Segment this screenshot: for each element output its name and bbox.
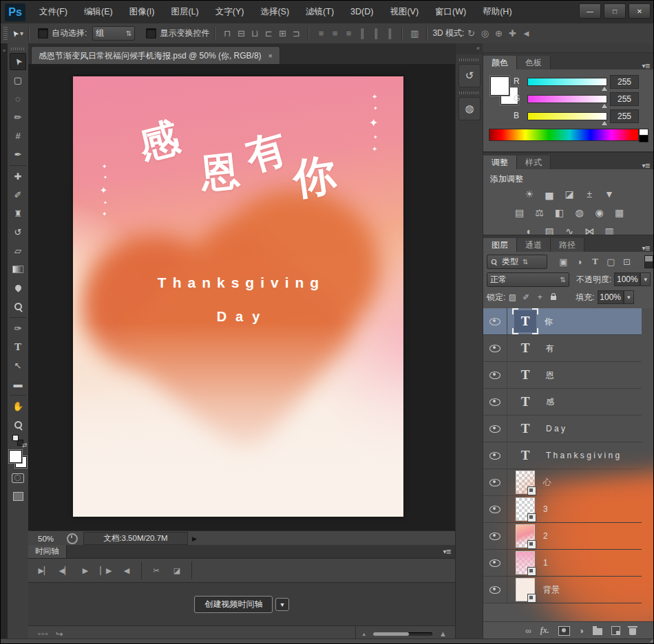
menu-3d[interactable]: 3D(D): [342, 1, 381, 23]
layer-name[interactable]: 有: [546, 343, 554, 354]
layer-name[interactable]: 感: [546, 396, 554, 408]
audio-mute-button[interactable]: ◀: [116, 566, 137, 575]
blue-value[interactable]: 255: [610, 109, 639, 123]
filter-pixel-layers-icon[interactable]: ▣: [556, 257, 571, 267]
timeline-zoom-slider[interactable]: [373, 632, 432, 636]
layer-name[interactable]: T h a n k s g i v i n g: [546, 451, 620, 460]
path-select-tool[interactable]: ↖: [10, 357, 26, 374]
blend-mode-dropdown[interactable]: 正常 ⇅: [487, 272, 569, 287]
align-top-icon[interactable]: ⊓: [220, 28, 234, 39]
visibility-toggle[interactable]: [483, 496, 507, 522]
auto-align-icon[interactable]: ▥: [408, 28, 421, 39]
blur-tool[interactable]: [10, 279, 26, 297]
layer-row-1[interactable]: 1: [483, 550, 642, 577]
link-layers-icon[interactable]: ∞: [525, 626, 531, 636]
tab-styles[interactable]: 样式: [517, 155, 551, 169]
black-white-icon[interactable]: ◧: [552, 207, 567, 219]
auto-select-checkbox[interactable]: [38, 28, 48, 39]
eraser-tool[interactable]: ▱: [10, 242, 26, 259]
color-lookup-icon[interactable]: ▦: [612, 207, 627, 219]
red-slider[interactable]: [527, 78, 607, 86]
distribute-top-icon[interactable]: ≡: [314, 28, 328, 39]
maximize-button[interactable]: □: [604, 3, 626, 19]
visibility-toggle[interactable]: [483, 442, 507, 469]
align-bottom-icon[interactable]: ⊔: [248, 28, 262, 39]
align-vcenter-icon[interactable]: ⊟: [234, 28, 248, 39]
adjustments-panel-menu-icon[interactable]: ▾≣: [642, 162, 650, 169]
quick-mask-button[interactable]: [10, 469, 26, 486]
new-layer-icon[interactable]: [611, 626, 620, 635]
create-video-timeline-button[interactable]: 创建视频时间轴: [194, 596, 273, 613]
menu-filter[interactable]: 滤镜(T): [297, 1, 342, 23]
visibility-toggle[interactable]: [483, 523, 507, 549]
poster-canvas[interactable]: ✦ ✦ ✦ ✦ ✦ ✦ ✦ ✦ ✦ ✦ 感 恩 有 你 Thanksgiving…: [73, 76, 403, 517]
3d-panel-button[interactable]: ◍: [458, 97, 481, 120]
marquee-tool[interactable]: ▢: [10, 72, 26, 89]
layer-name[interactable]: 你: [545, 316, 553, 328]
layer-name[interactable]: 背景: [543, 584, 560, 596]
timeline-zoom-in-icon[interactable]: ▲: [439, 630, 447, 638]
layer-row-gan[interactable]: T 感: [483, 389, 642, 416]
tab-swatches[interactable]: 色板: [517, 56, 551, 69]
visibility-toggle[interactable]: [483, 308, 507, 334]
layer-name[interactable]: 3: [543, 504, 548, 514]
fill-value[interactable]: 100%: [598, 290, 624, 304]
visibility-toggle[interactable]: [483, 550, 507, 576]
lock-transparency-icon[interactable]: ▨: [505, 292, 519, 302]
text-layer-thumbnail[interactable]: T: [513, 394, 538, 409]
layer-row-en[interactable]: T 恩: [483, 362, 642, 389]
shape-tool[interactable]: ▬: [10, 376, 26, 393]
dodge-tool[interactable]: [10, 298, 26, 315]
blue-slider[interactable]: [527, 112, 607, 120]
distribute-hcenter-icon[interactable]: ║: [369, 28, 383, 39]
lock-all-icon[interactable]: [547, 292, 560, 302]
filter-adjustment-layers-icon[interactable]: ◑: [571, 257, 587, 267]
tab-close-icon[interactable]: ×: [268, 52, 273, 60]
eyedropper-tool[interactable]: ✒: [10, 146, 26, 163]
visibility-toggle[interactable]: [483, 469, 507, 495]
layer-name[interactable]: D a y: [546, 424, 565, 433]
swap-colors-control[interactable]: ⇄: [12, 435, 23, 446]
menu-type[interactable]: 文字(Y): [207, 1, 253, 23]
share-frames-icon[interactable]: ↪: [56, 629, 63, 639]
layer-name[interactable]: 1: [543, 558, 548, 568]
layer-row-2[interactable]: 2: [483, 523, 642, 550]
collapse-panels-icon[interactable]: «: [456, 43, 483, 54]
exposure-icon[interactable]: ±: [582, 189, 597, 200]
tab-paths[interactable]: 路径: [551, 238, 584, 252]
timeline-zoom-out-icon[interactable]: ▲: [361, 632, 366, 636]
3d-pan-icon[interactable]: ⊕: [492, 28, 505, 39]
layer-row-3[interactable]: 3: [483, 496, 642, 523]
visibility-toggle[interactable]: [483, 362, 507, 388]
layer-style-icon[interactable]: fx.: [540, 625, 549, 636]
black-chip[interactable]: [639, 135, 648, 142]
red-value[interactable]: 255: [610, 75, 639, 89]
timeline-panel-menu-icon[interactable]: ▾≣: [443, 548, 451, 555]
green-slider[interactable]: [527, 95, 607, 103]
text-layer-thumbnail[interactable]: T: [513, 448, 538, 463]
first-frame-button[interactable]: ▶▏: [34, 566, 54, 575]
image-layer-thumbnail[interactable]: [516, 578, 535, 601]
history-panel-button[interactable]: ↺: [458, 64, 481, 87]
align-right-icon[interactable]: ⊐: [289, 28, 303, 39]
gradient-tool[interactable]: [10, 261, 26, 278]
zoom-level[interactable]: 50%: [38, 535, 61, 543]
minimize-button[interactable]: —: [579, 3, 601, 19]
curves-icon[interactable]: ◪: [562, 189, 577, 200]
split-clip-button[interactable]: ✂: [146, 566, 167, 575]
tab-adjustments[interactable]: 调整: [483, 155, 517, 169]
menu-edit[interactable]: 编辑(E): [76, 1, 121, 23]
3d-roll-icon[interactable]: ◎: [478, 28, 492, 39]
visibility-toggle[interactable]: [483, 389, 507, 415]
3d-slide-icon[interactable]: ✚: [505, 28, 519, 39]
pen-tool[interactable]: ✑: [10, 320, 26, 337]
menu-select[interactable]: 选择(S): [252, 1, 297, 23]
transition-button[interactable]: ◪: [167, 566, 187, 575]
auto-select-dropdown[interactable]: 组 ⇅: [92, 26, 135, 41]
layers-panel-menu-icon[interactable]: ▾≣: [642, 244, 650, 252]
text-layer-thumbnail[interactable]: T: [513, 341, 538, 356]
channel-mixer-icon[interactable]: ◉: [592, 207, 607, 219]
play-button[interactable]: ▶: [75, 566, 96, 575]
layer-row-heart[interactable]: 心: [483, 469, 642, 496]
text-layer-thumbnail[interactable]: T: [514, 310, 536, 332]
